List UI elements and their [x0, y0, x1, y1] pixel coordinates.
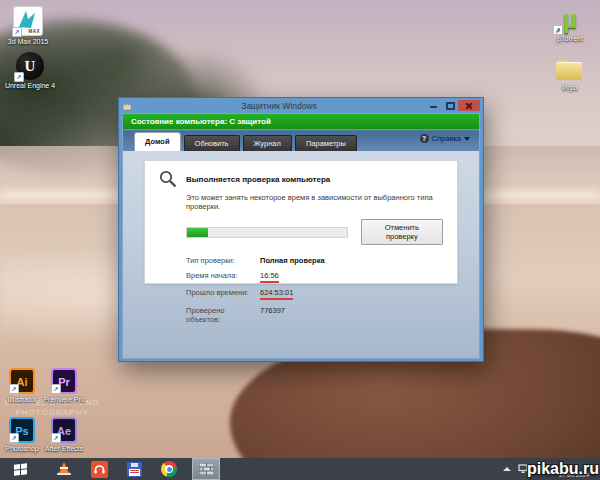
- shortcut-arrow-icon: ↗: [51, 384, 61, 394]
- photoshop-icon: Ps ↗: [9, 417, 35, 443]
- detail-row-elapsed-time: Прошло времени: 624:53:01: [186, 288, 443, 300]
- tab-update[interactable]: Обновить: [184, 135, 240, 151]
- tab-strip: Домой Обновить Журнал Параметры ? Справк…: [123, 129, 479, 151]
- brick-wall-icon: [199, 463, 214, 475]
- shortcut-arrow-icon: ↗: [12, 27, 22, 37]
- shortcut-arrow-icon: ↗: [553, 25, 563, 35]
- unreal-engine-icon: U ↗: [16, 52, 44, 80]
- detail-label: Проверено объектов:: [186, 306, 260, 324]
- desktop-icon-games-folder[interactable]: Игра: [542, 55, 598, 92]
- taskbar-floppy-app[interactable]: [122, 458, 146, 480]
- icon-label: Unreal Engine 4: [2, 82, 58, 90]
- close-button[interactable]: [458, 100, 480, 111]
- scan-heading: Выполняется проверка компьютера: [186, 175, 330, 184]
- scan-subtext: Это может занять некоторое время в завис…: [186, 193, 443, 211]
- detail-label: Тип проверки:: [186, 256, 260, 265]
- illustrator-icon: Ai ↗: [9, 368, 35, 394]
- icon-label: 3d Max 2015: [0, 38, 56, 46]
- detail-value: Полная проверка: [260, 256, 325, 265]
- window-title: Защитник Windows: [136, 101, 422, 111]
- magnifier-icon: [159, 170, 177, 188]
- after-effects-icon: Ae ↗: [51, 417, 77, 443]
- taskbar: 27.06.2014: [0, 458, 600, 480]
- help-label: Справка: [432, 134, 461, 143]
- detail-label: Прошло времени:: [186, 288, 260, 300]
- defender-window: Защитник Windows Состояние компьютера: С…: [118, 97, 484, 362]
- utorrent-icon: µ ↗: [555, 5, 585, 33]
- detail-row-scan-type: Тип проверки: Полная проверка: [186, 256, 443, 265]
- icon-label: Игра: [542, 84, 598, 92]
- defender-castle-icon: [122, 101, 132, 111]
- chrome-icon: [161, 461, 177, 477]
- tab-history[interactable]: Журнал: [243, 135, 292, 151]
- title-bar[interactable]: Защитник Windows: [122, 98, 480, 113]
- 3dsmax-badge: MAX: [29, 29, 41, 34]
- shortcut-arrow-icon: ↗: [9, 433, 19, 443]
- scan-details: Тип проверки: Полная проверка Время нача…: [186, 256, 443, 324]
- windows-logo-icon: [14, 463, 27, 475]
- desktop-icon-utorrent[interactable]: µ ↗ µTorrent: [542, 5, 598, 43]
- tray-overflow-chevron-icon[interactable]: [503, 467, 511, 471]
- desktop-icon-3dsmax[interactable]: MAX ↗ 3d Max 2015: [0, 6, 56, 46]
- premiere-icon: Pr ↗: [51, 368, 77, 394]
- taskbar-audio-player[interactable]: [87, 458, 111, 480]
- headphones-icon: [91, 461, 108, 478]
- taskbar-defender-active[interactable]: [192, 458, 220, 480]
- detail-row-start-time: Время начала: 16:56: [186, 271, 443, 283]
- pikabu-watermark: pikabu.ru: [527, 460, 599, 478]
- shortcut-arrow-icon: ↗: [9, 384, 19, 394]
- desktop-icon-unreal-engine[interactable]: U ↗ Unreal Engine 4: [2, 52, 58, 90]
- desktop-icon-after-effects[interactable]: Ae ↗ After Effects: [39, 417, 89, 453]
- tab-home[interactable]: Домой: [134, 132, 181, 151]
- vlc-cone-icon: [57, 462, 71, 476]
- shortcut-arrow-icon: ↗: [14, 72, 24, 82]
- detail-row-objects-scanned: Проверено объектов: 776397: [186, 306, 443, 324]
- credit-line2: PHOTOGRAPHY: [15, 408, 88, 417]
- detail-value-red-underlined: 16:56: [260, 271, 279, 283]
- icon-label: Premiere Pro: [39, 396, 89, 404]
- icon-label: After Effects: [39, 445, 89, 453]
- detail-value: 776397: [260, 306, 285, 324]
- scan-status-card: Выполняется проверка компьютера Это може…: [144, 160, 458, 284]
- scan-progress-fill: [187, 228, 208, 237]
- folder-icon: [556, 60, 584, 82]
- utorrent-letter: µ: [563, 5, 577, 33]
- taskbar-vlc[interactable]: [52, 458, 76, 480]
- taskbar-chrome[interactable]: [157, 458, 181, 480]
- cancel-scan-button[interactable]: Отменить проверку: [361, 219, 443, 245]
- minimize-button[interactable]: [426, 100, 441, 111]
- chevron-down-icon: [464, 137, 470, 141]
- unreal-letter: U: [25, 58, 36, 74]
- start-button[interactable]: [8, 458, 32, 480]
- tab-settings[interactable]: Параметры: [295, 135, 357, 151]
- maximize-button[interactable]: [442, 100, 457, 111]
- tab-content: Выполняется проверка компьютера Это може…: [123, 151, 479, 360]
- protection-status-bar: Состояние компьютера: С защитой: [123, 114, 479, 129]
- icon-label: µTorrent: [542, 35, 598, 43]
- 3dsmax-icon: MAX ↗: [13, 6, 43, 36]
- scan-progress-bar: [186, 227, 348, 238]
- floppy-disk-icon: [127, 462, 142, 477]
- desktop: MICHAEL BREITUNG PHOTOGRAPHY MAX ↗ 3d Ma…: [0, 0, 600, 480]
- window-body: Состояние компьютера: С защитой Домой Об…: [122, 113, 480, 359]
- protection-status-text: Состояние компьютера: С защитой: [131, 117, 271, 126]
- shortcut-arrow-icon: ↗: [51, 433, 61, 443]
- help-menu[interactable]: ? Справка: [420, 134, 470, 143]
- help-question-icon: ?: [420, 134, 429, 143]
- desktop-icon-premiere[interactable]: Pr ↗ Premiere Pro: [39, 368, 89, 404]
- detail-value-red-underlined: 624:53:01: [260, 288, 293, 300]
- detail-label: Время начала:: [186, 271, 260, 283]
